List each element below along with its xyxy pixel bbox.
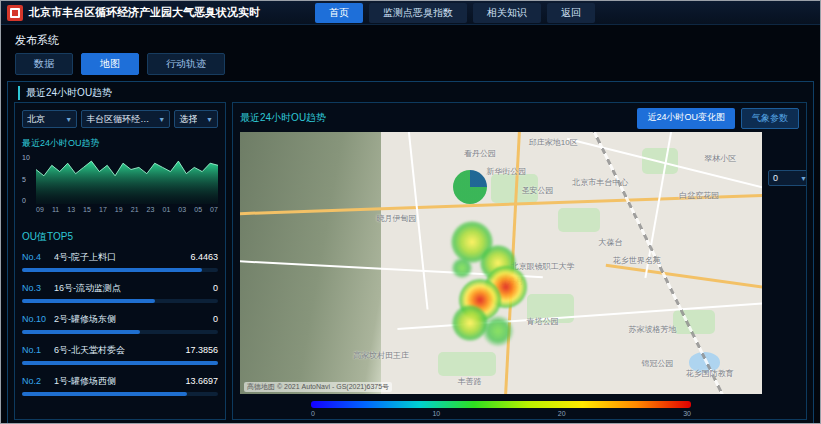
trend-chart: 1050 091113151719212301030507 — [22, 154, 218, 222]
filter-select-2[interactable]: 丰台区循环经济产▼ — [81, 110, 170, 128]
legend-tick-label: 30 — [683, 410, 691, 417]
map-park — [558, 208, 600, 232]
trend-chart-svg — [36, 154, 218, 204]
nav-item-3[interactable]: 相关知识 — [473, 3, 541, 23]
top5-item-row: No.21号-罐修场西侧13.6697 — [22, 375, 218, 388]
top5-bar-track — [22, 330, 218, 334]
map-place-label: 白盆窑花园 — [679, 189, 719, 200]
top5-bar-fill — [22, 361, 218, 365]
top5-item: No.21号-罐修场西侧13.6697 — [22, 375, 218, 396]
top5-item: No.102号-罐修场东侧0 — [22, 313, 218, 334]
top5-item-row: No.102号-罐修场东侧0 — [22, 313, 218, 326]
heat-blob — [451, 257, 473, 279]
top5-item-row: No.16号-北天堂村委会17.3856 — [22, 344, 218, 357]
chevron-down-icon: ▼ — [206, 116, 213, 123]
map-place-label: 青塔公园 — [527, 315, 559, 326]
map-park — [438, 352, 495, 376]
map-layer-select-value: 0 — [773, 173, 778, 183]
heat-legend-bar — [311, 401, 691, 408]
top5-bar-fill — [22, 299, 155, 303]
map-place-label: 花乡世界名苑 — [613, 255, 661, 266]
map[interactable]: 高德地图 © 2021 AutoNavi - GS(2021)6375号 邱庄家… — [240, 132, 762, 394]
x-tick-label: 11 — [52, 206, 59, 213]
ou-top5-list: No.44号-院子上料口6.4463No.316号-流动监测点0No.102号-… — [22, 251, 218, 396]
top5-bar-track — [22, 361, 218, 365]
filter-select-value: 北京 — [27, 113, 45, 126]
map-buttons: 近24小时OU变化图 气象参数 — [637, 108, 799, 129]
legend-tick-label: 0 — [311, 410, 315, 417]
weather-params-button[interactable]: 气象参数 — [741, 108, 799, 129]
tab-2[interactable]: 地图 — [81, 53, 139, 75]
top5-item-row: No.44号-院子上料口6.4463 — [22, 251, 218, 264]
map-place-label: 苏家坡格芳地 — [628, 323, 676, 334]
tab-1[interactable]: 数据 — [15, 53, 73, 75]
legend-tick-label: 10 — [432, 410, 440, 417]
ou-top5-title: OU值TOP5 — [22, 230, 218, 244]
top5-rank: No.10 — [22, 314, 54, 324]
nav-item-2[interactable]: 监测点恶臭指数 — [369, 3, 467, 23]
tab-3[interactable]: 行动轨迹 — [147, 53, 225, 75]
chevron-down-icon: ▼ — [65, 116, 72, 123]
map-place-label: 锦冠公园 — [642, 357, 674, 368]
map-road — [606, 264, 762, 292]
app-window: 北京市丰台区循环经济产业园大气恶臭状况实时 首页监测点恶臭指数相关知识返回 发布… — [0, 0, 821, 424]
filter-select-1[interactable]: 北京▼ — [22, 110, 77, 128]
map-layer-select[interactable]: 0 ▼ — [768, 170, 807, 186]
x-tick-label: 17 — [99, 206, 107, 213]
filter-select-value: 丰台区循环经济产 — [86, 113, 155, 126]
system-row: 发布系统 — [1, 25, 820, 50]
map-place-label: 花乡国防教育 — [686, 368, 734, 379]
y-tick-label: 5 — [22, 176, 30, 183]
filter-select-value: 选择 — [179, 113, 197, 126]
nav-item-4[interactable]: 返回 — [547, 3, 595, 23]
main-nav: 首页监测点恶臭指数相关知识返回 — [315, 3, 595, 23]
trend-y-axis: 1050 — [22, 154, 30, 204]
nav-item-1[interactable]: 首页 — [315, 3, 363, 23]
top5-bar-track — [22, 392, 218, 396]
heat-legend: 0102030 — [311, 401, 691, 417]
ou-change-chart-button[interactable]: 近24小时OU变化图 — [637, 108, 735, 129]
trend-chart-title: 最近24小时OU趋势 — [22, 137, 218, 150]
top5-bar-fill — [22, 268, 202, 272]
y-tick-label: 0 — [22, 197, 30, 204]
top5-bar-track — [22, 268, 218, 272]
top5-name: 16号-流动监测点 — [54, 282, 207, 295]
top5-rank: No.4 — [22, 252, 54, 262]
heat-legend-ticks: 0102030 — [311, 410, 691, 417]
chevron-down-icon: ▼ — [158, 116, 165, 123]
map-place-label: 邱庄家地10区 — [529, 137, 578, 148]
x-tick-label: 01 — [162, 206, 170, 213]
top5-item-row: No.316号-流动监测点0 — [22, 282, 218, 295]
x-tick-label: 07 — [210, 206, 218, 213]
x-tick-label: 13 — [67, 206, 75, 213]
map-place-label: 丰善路 — [458, 375, 482, 386]
x-tick-label: 19 — [115, 206, 123, 213]
map-place-label: 大葆台 — [599, 237, 623, 248]
system-label: 发布系统 — [15, 34, 59, 46]
y-tick-label: 10 — [22, 154, 30, 161]
chevron-down-icon: ▼ — [800, 175, 807, 182]
left-panel: 北京▼丰台区循环经济产▼选择▼ 最近24小时OU趋势 1050 — [14, 102, 226, 420]
view-tabs: 数据地图行动轨迹 — [1, 50, 820, 81]
pie-marker — [453, 170, 487, 204]
filter-select-3[interactable]: 选择▼ — [174, 110, 218, 128]
top5-rank: No.2 — [22, 376, 54, 386]
right-panel: 最近24小时OU趋势 近24小时OU变化图 气象参数 — [232, 102, 807, 420]
top5-bar-track — [22, 299, 218, 303]
map-place-label: 新华街公园 — [486, 166, 526, 177]
map-place-label: 翠林小区 — [704, 153, 736, 164]
top5-name: 2号-罐修场东侧 — [54, 313, 207, 326]
x-tick-label: 23 — [147, 206, 155, 213]
map-place-label: 北京市丰台中心 — [572, 176, 628, 187]
x-tick-label: 03 — [178, 206, 186, 213]
map-attribution: 高德地图 © 2021 AutoNavi - GS(2021)6375号 — [244, 382, 392, 392]
top5-name: 4号-院子上料口 — [54, 251, 184, 264]
top5-value: 0 — [213, 283, 218, 293]
top5-name: 6号-北天堂村委会 — [54, 344, 179, 357]
map-place-label: 晓月伊甸园 — [377, 213, 417, 224]
map-row: 高德地图 © 2021 AutoNavi - GS(2021)6375号 邱庄家… — [240, 132, 799, 394]
top5-value: 6.4463 — [190, 252, 218, 262]
legend-row: 0102030 — [240, 401, 762, 417]
top5-bar-fill — [22, 392, 187, 396]
right-header: 最近24小时OU趋势 近24小时OU变化图 气象参数 — [240, 108, 799, 128]
